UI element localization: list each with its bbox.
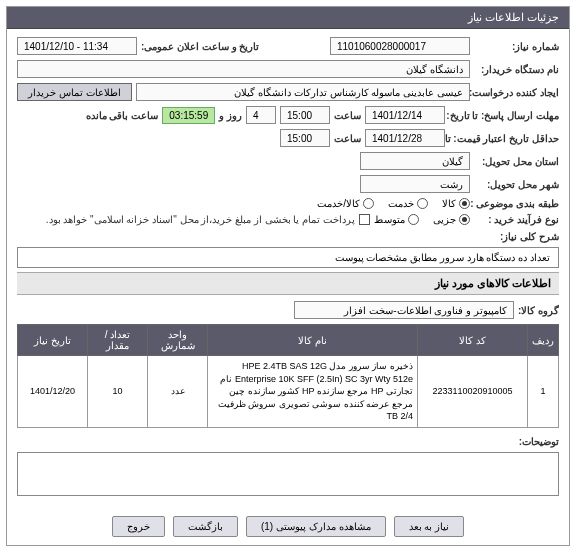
treasury-checkbox[interactable] [359, 214, 370, 225]
classification-radio-group: کالا خدمت کالا/خدمت [317, 198, 470, 209]
countdown-timer: 03:15:59 [162, 107, 215, 124]
footer-buttons: نیاز به بعد مشاهده مدارک پیوستی (1) بازگ… [7, 508, 569, 545]
th-code: کد کالا [418, 325, 528, 356]
radio-circle-icon [363, 198, 374, 209]
deadline-date-field: 1401/12/14 [365, 106, 445, 124]
desc-title: شرح کلی نیاز: [474, 231, 559, 242]
radio-khedmat[interactable]: خدمت [388, 198, 428, 209]
next-need-button[interactable]: نیاز به بعد [394, 516, 465, 537]
quote-date-field: 1401/12/28 [365, 129, 445, 147]
radio-kala[interactable]: کالا [442, 198, 470, 209]
th-row: ردیف [528, 325, 559, 356]
cell-unit: عدد [148, 356, 208, 428]
buyer-field: دانشگاه گیلان [17, 60, 470, 78]
process-radio-group: جزیی متوسط [374, 214, 470, 225]
at-label-2: ساعت [334, 133, 361, 144]
return-button[interactable]: بازگشت [173, 516, 238, 537]
contact-buyer-button[interactable]: اطلاعات تماس خریدار [17, 83, 132, 101]
city-label: شهر محل تحویل: [474, 179, 559, 190]
cell-qty: 10 [88, 356, 148, 428]
radio-both-label: کالا/خدمت [317, 198, 360, 209]
deadline-label: مهلت ارسال پاسخ: تا تاریخ: [449, 110, 559, 121]
quote-time-field: 15:00 [280, 129, 330, 147]
explanation-box[interactable] [17, 452, 559, 496]
radio-medium-label: متوسط [374, 214, 405, 225]
explain-label: توضیحات: [519, 436, 559, 447]
th-qty: تعداد / مقدار [88, 325, 148, 356]
need-no-field: 1101060028000017 [330, 37, 470, 55]
th-unit: واحد شمارش [148, 325, 208, 356]
radio-detailed-label: جزیی [433, 214, 456, 225]
days-remain-field: 4 [246, 106, 276, 124]
buyer-label: نام دستگاه خریدار: [474, 64, 559, 75]
deadline-time-field: 15:00 [280, 106, 330, 124]
cell-date: 1401/12/20 [18, 356, 88, 428]
at-label-1: ساعت [334, 110, 361, 121]
attachments-button[interactable]: مشاهده مدارک پیوستی (1) [246, 516, 386, 537]
need-description-box: تعداد ده دستگاه هارد سرور مطابق مشخصات پ… [17, 247, 559, 268]
province-field: گیلان [360, 152, 470, 170]
radio-medium[interactable]: متوسط [374, 214, 419, 225]
remain-label: ساعت باقی مانده [86, 110, 159, 121]
radio-circle-icon [459, 214, 470, 225]
radio-kala-label: کالا [442, 198, 456, 209]
requester-field: عیسی عابدینی ماسوله کارشناس تدارکات دانش… [136, 83, 470, 101]
requester-label: ایجاد کننده درخواست: [474, 87, 559, 98]
group-label: گروه کالا: [518, 305, 559, 316]
cell-idx: 1 [528, 356, 559, 428]
province-label: استان محل تحویل: [474, 156, 559, 167]
cell-code: 2233110020910005 [418, 356, 528, 428]
cell-name: ذخیره ساز سرور مدل HPE 2.4TB SAS 12G Ent… [208, 356, 418, 428]
quote-label: حداقل تاریخ اعتبار قیمت: تا تاریخ: [449, 133, 559, 144]
panel-header: جزئیات اطلاعات نیاز [7, 7, 569, 29]
radio-circle-icon [408, 214, 419, 225]
radio-khedmat-label: خدمت [388, 198, 414, 209]
goods-section-title: اطلاعات کالاهای مورد نیاز [17, 272, 559, 295]
exit-button[interactable]: خروج [112, 516, 165, 537]
radio-circle-icon [417, 198, 428, 209]
radio-circle-icon [459, 198, 470, 209]
radio-detailed[interactable]: جزیی [433, 214, 470, 225]
city-field: رشت [360, 175, 470, 193]
pub-date-field: 1401/12/10 - 11:34 [17, 37, 137, 55]
process-label: نوع فرآیند خرید : [474, 214, 559, 225]
pub-date-label: تاریخ و ساعت اعلان عمومی: [141, 41, 259, 52]
class-label: طبقه بندی موضوعی : [474, 198, 559, 209]
and-label: روز و [219, 110, 242, 121]
table-row: 12233110020910005ذخیره ساز سرور مدل HPE … [18, 356, 559, 428]
th-date: تاریخ نیاز [18, 325, 88, 356]
payment-note: پرداخت تمام یا بخشی از مبلغ خرید،از محل … [46, 214, 355, 225]
th-name: نام کالا [208, 325, 418, 356]
radio-both[interactable]: کالا/خدمت [317, 198, 374, 209]
need-no-label: شماره نیاز: [474, 41, 559, 52]
goods-table: ردیف کد کالا نام کالا واحد شمارش تعداد /… [17, 324, 559, 428]
group-field: کامپیوتر و فناوری اطلاعات-سخت افزار [294, 301, 514, 319]
